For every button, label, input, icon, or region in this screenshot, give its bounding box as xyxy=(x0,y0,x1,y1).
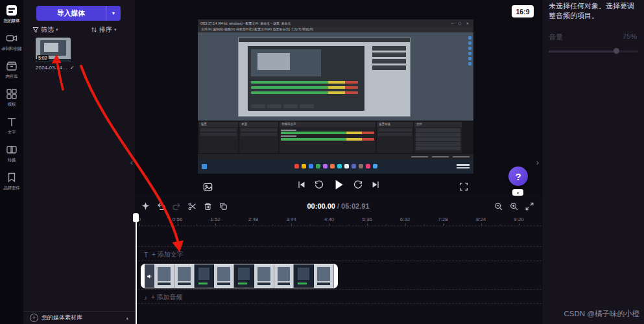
ruler-tick-label: 9:20 xyxy=(514,216,524,222)
audio-properties-panel: 未选择任何对象。选择要调整音频的项目。 音量 75% CSDN @橘子味的小橙 xyxy=(542,0,644,324)
volume-slider-fill xyxy=(549,51,616,52)
track-divider xyxy=(135,246,542,247)
undo-button[interactable] xyxy=(154,200,168,213)
clip-meta: 2024-03-14… ✓ xyxy=(36,65,71,71)
redo-button[interactable] xyxy=(170,200,184,213)
rail-item-record[interactable]: 录制和创建 xyxy=(0,28,23,56)
import-media-button[interactable]: 导入媒体 xyxy=(36,6,106,21)
skip-to-end-button[interactable] xyxy=(370,179,381,190)
current-time: 00:00.00 xyxy=(307,202,335,210)
add-text-label: + 添加文字 xyxy=(152,250,184,259)
add-text-track[interactable]: T + 添加文字 xyxy=(144,250,184,259)
rail-item-brand[interactable]: 品牌套件 xyxy=(0,167,23,195)
nested-audio-meters xyxy=(251,81,358,97)
import-media-dropdown-button[interactable]: ▾ xyxy=(106,6,121,21)
track-divider xyxy=(135,289,542,290)
filter-button[interactable]: 筛选 ▾ xyxy=(32,25,58,35)
obs-dock-panel: 场景转场 xyxy=(377,122,413,153)
ruler-tick-label: 3:44 xyxy=(286,216,296,222)
music-note-icon: ♪ xyxy=(144,294,147,301)
aspect-ratio-badge[interactable]: 16:9 xyxy=(512,5,534,17)
transport-controls xyxy=(296,178,381,192)
obs-side-toolbar xyxy=(468,36,471,67)
obs-docks: 场景来源音频混合器场景转场控件 xyxy=(198,121,473,154)
nested-buttons xyxy=(251,104,314,108)
help-button[interactable]: ? xyxy=(508,167,528,186)
add-audio-label: + 添加音频 xyxy=(151,293,183,302)
obs-titlebar: OBS 27.2.4 (64-bit, windows) - 配置文件: 未命名… xyxy=(198,19,473,27)
obs-dock-panel: 控件 xyxy=(414,122,462,153)
ruler-tick-label: 0:56 xyxy=(173,216,183,222)
obs-canvas xyxy=(198,32,473,121)
fullscreen-button[interactable] xyxy=(457,180,470,193)
obs-window-buttons: ─ ▢ ✕ xyxy=(451,21,471,25)
volume-label: 音量 xyxy=(549,32,563,42)
duplicate-button[interactable] xyxy=(217,200,230,213)
magic-tools-button[interactable] xyxy=(139,200,152,213)
collapse-right-panel-handle[interactable]: › xyxy=(534,156,541,168)
volume-slider-knob[interactable] xyxy=(614,48,619,54)
media-clip-card[interactable]: 5:02 2024-03-14… ✓ xyxy=(36,38,71,71)
collapse-media-panel-handle[interactable]: ‹ xyxy=(128,156,135,168)
rewind-button[interactable] xyxy=(314,179,324,190)
playhead-handle[interactable] xyxy=(133,213,139,222)
obs-dock-panel: 音频混合器 xyxy=(280,122,376,153)
filmstrip-frame xyxy=(154,264,174,288)
chevron-down-icon: ▾ xyxy=(114,27,117,32)
zoom-in-button[interactable] xyxy=(507,200,521,213)
nav-rail: 您的媒体录制和创建内容库模板文字转换品牌套件 xyxy=(0,0,23,324)
rail-item-template[interactable]: 模板 xyxy=(0,84,23,111)
video-preview: OBS 27.2.4 (64-bit, windows) - 配置文件: 未命名… xyxy=(198,19,473,174)
rail-item-transition[interactable]: 转换 xyxy=(0,139,23,167)
nested-screen xyxy=(251,49,321,76)
chevron-down-icon: ▾ xyxy=(56,27,58,32)
nested-side-panels xyxy=(372,46,406,72)
csdn-watermark: CSDN @橘子味的小橙 xyxy=(564,309,639,319)
obs-dock-panel: 来源 xyxy=(239,122,278,153)
template-icon xyxy=(6,88,18,100)
preview-stage: 16:9 OBS 27.2.4 (64-bit, windows) - 配置文件… xyxy=(135,0,542,194)
rail-item-label: 模板 xyxy=(8,102,16,108)
rail-item-label: 转换 xyxy=(8,157,16,163)
trim-handle-right[interactable] xyxy=(334,264,337,288)
thumbnail-window xyxy=(44,43,58,52)
record-icon xyxy=(6,32,18,44)
start-button-icon xyxy=(202,164,207,169)
ruler-tick-label: 4:40 xyxy=(324,216,335,222)
snapshot-icon-button[interactable] xyxy=(201,180,214,193)
volume-slider[interactable] xyxy=(549,48,638,54)
filter-label: 筛选 xyxy=(41,25,54,34)
transition-icon xyxy=(6,144,18,156)
skip-to-start-button[interactable] xyxy=(296,179,307,190)
filmstrip-frame xyxy=(174,264,195,288)
obs-dock-panel: 场景 xyxy=(199,122,238,153)
track-divider xyxy=(135,260,542,261)
rail-item-text[interactable]: 文字 xyxy=(0,111,23,139)
media-footer-toggle[interactable]: + 您的媒体素材库 ▴ xyxy=(23,311,135,324)
delete-button[interactable] xyxy=(201,200,215,213)
windows-taskbar xyxy=(198,159,473,174)
zoom-out-button[interactable] xyxy=(492,200,505,213)
add-audio-track[interactable]: ♪ + 添加音频 xyxy=(144,293,183,302)
playhead-line xyxy=(136,222,137,324)
clip-audio-strip xyxy=(145,264,154,288)
timeline-ruler[interactable]: 00:561:522:483:444:405:366:327:288:249:2… xyxy=(135,216,542,226)
funnel-icon xyxy=(32,27,39,33)
help-collapse-button[interactable]: ▾ xyxy=(512,189,523,196)
timeline-video-clip[interactable] xyxy=(141,264,337,288)
rail-item-label: 录制和创建 xyxy=(1,46,22,52)
volume-value: 75% xyxy=(623,32,637,40)
ruler-tick-label: 2:48 xyxy=(248,216,259,222)
media-panel: 导入媒体 ▾ 筛选 ▾ 排序 ▾ 5:02 2024-03-14… ✓ xyxy=(23,0,135,324)
rail-item-label: 文字 xyxy=(8,130,16,135)
filmstrip-frame xyxy=(234,264,254,288)
obs-menubar: 文件(F) 编辑(E) 视图(V) 停靠部件(D) 配置文件(P) 场景集合(S… xyxy=(198,27,473,32)
rail-item-media[interactable]: 您的媒体 xyxy=(0,0,23,28)
sort-button[interactable]: 排序 ▾ xyxy=(91,25,117,35)
clip-filmstrip xyxy=(154,264,334,288)
rail-item-library[interactable]: 内容库 xyxy=(0,56,23,84)
forward-button[interactable] xyxy=(353,179,363,190)
zoom-fit-button[interactable] xyxy=(523,200,536,213)
play-button[interactable] xyxy=(331,178,346,192)
split-scissors-button[interactable] xyxy=(185,200,199,213)
